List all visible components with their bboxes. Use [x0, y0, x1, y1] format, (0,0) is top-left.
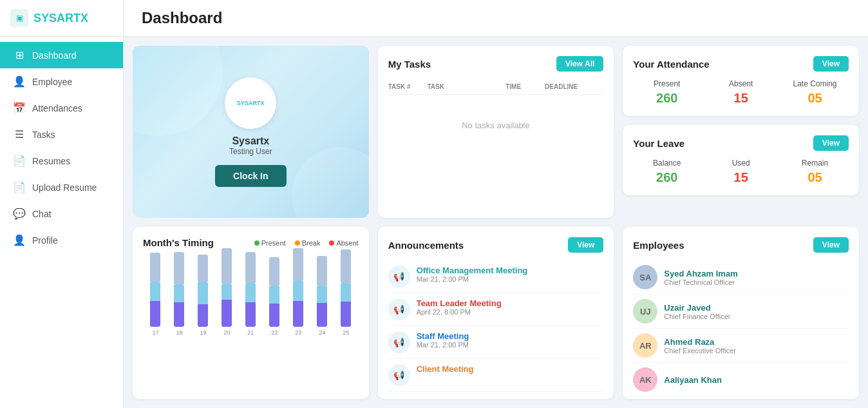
sidebar-item-upload-resume[interactable]: 📄 Upload Resume [0, 174, 123, 200]
bar-bottom [222, 300, 232, 327]
balance-stat: Balance 260 [633, 159, 701, 185]
attendance-section: Your Attendance View Present 260 Absent … [623, 46, 859, 218]
bar-top [341, 249, 351, 283]
attendance-title: Your Attendance [633, 59, 709, 70]
logo-plain: SYS [33, 12, 57, 24]
late-label: Late Coming [781, 79, 849, 88]
bar-stack [193, 255, 213, 327]
sidebar-label-upload-resume: Upload Resume [32, 182, 97, 193]
used-value: 15 [707, 170, 775, 185]
bar-top [174, 252, 184, 284]
profile-name: Sysartx [232, 135, 269, 147]
announcement-date: Mar 21, 2:00 PM [417, 275, 528, 283]
sidebar-item-chat[interactable]: 💬 Chat [0, 200, 123, 227]
used-stat: Used 15 [707, 159, 775, 185]
bar-mid [317, 286, 327, 303]
bar-label: 24 [319, 329, 325, 336]
remain-label: Remain [781, 159, 849, 168]
employee-name: Aaliyaan Khan [664, 375, 722, 385]
announcement-date: Mar 21, 2:00 PM [417, 341, 469, 349]
employee-name: Syed Ahzam Imam [664, 269, 737, 278]
bar-bottom [317, 303, 327, 327]
sidebar-label-dashboard: Dashboard [32, 50, 77, 61]
legend-dot-break [295, 240, 300, 246]
legend-absent: Absent [329, 239, 358, 247]
bar-group: 20 [217, 248, 237, 336]
announcement-item[interactable]: 📢 Team Leader Meeting April 22, 8:00 PM [388, 293, 604, 326]
profile-card: SYSARTX Sysartx Testing User Clock In [133, 46, 369, 218]
bar-bottom [150, 301, 160, 327]
balance-label: Balance [633, 159, 701, 168]
avatar: SYSARTX [225, 77, 276, 129]
sidebar-item-attendances[interactable]: 📅 Attendances [0, 95, 123, 121]
leave-card: Your Leave View Balance 260 Used 15 Rema… [623, 125, 859, 195]
employee-info: Aaliyaan Khan [664, 375, 722, 385]
bar-label: 18 [176, 329, 182, 336]
bar-bottom [341, 302, 351, 327]
sidebar-label-attendances: Attendances [32, 103, 82, 113]
employee-item[interactable]: AR Ahmed Raza Chief Executive Officer [633, 329, 849, 363]
leave-view-button[interactable]: View [813, 135, 849, 151]
announcement-date: April 22, 8:00 PM [417, 308, 502, 316]
bar-top [317, 256, 327, 286]
remain-stat: Remain 05 [781, 159, 849, 185]
employee-icon: 👤 [13, 75, 26, 88]
clock-in-button[interactable]: Clock In [215, 165, 286, 187]
bar-top [222, 248, 232, 284]
logo: ▣ SYSARTX [0, 0, 123, 37]
sidebar-item-tasks[interactable]: ☰ Tasks [0, 121, 123, 148]
announcement-content: Team Leader Meeting April 22, 8:00 PM [417, 298, 502, 316]
tasks-view-all-button[interactable]: View All [556, 56, 603, 72]
sidebar-item-resumes[interactable]: 📄 Resumes [0, 148, 123, 174]
announcement-item[interactable]: 📢 Office Management Meeting Mar 21, 2:00… [388, 260, 604, 293]
sidebar-item-dashboard[interactable]: ⊞ Dashboard [0, 42, 123, 68]
present-stat: Present 260 [633, 79, 701, 106]
bar-top [245, 252, 256, 283]
col-task: TASK [428, 83, 506, 90]
leave-header: Your Leave View [633, 135, 849, 151]
announcement-title: Staff Meeting [417, 331, 469, 341]
legend-break: Break [295, 239, 321, 247]
announcement-item[interactable]: 📢 Client Meeting [388, 359, 604, 392]
avatar-text: SYSARTX [237, 100, 265, 106]
bar-stack [312, 256, 332, 327]
content-grid: SYSARTX Sysartx Testing User Clock In My… [124, 37, 868, 408]
attendance-view-button[interactable]: View [813, 56, 849, 72]
employees-card: Employees View SA Syed Ahzam Imam Chief … [623, 227, 859, 399]
late-value: 05 [781, 91, 849, 106]
attendances-icon: 📅 [13, 102, 26, 114]
sidebar-nav: ⊞ Dashboard 👤 Employee 📅 Attendances ☰ T… [0, 37, 123, 408]
col-time: TIME [505, 83, 545, 90]
employee-avatar: AR [633, 333, 657, 358]
page-title: Dashboard [142, 9, 850, 27]
tasks-title: My Tasks [388, 59, 431, 70]
employee-role: Chief Finance Officer [664, 313, 730, 320]
sidebar-item-profile[interactable]: 👤 Profile [0, 227, 123, 253]
employee-item[interactable]: AK Aaliyaan Khan [633, 363, 849, 397]
bar-stack [169, 252, 189, 327]
bar-mid [222, 284, 232, 300]
timing-chart: 171819202122232425 [143, 258, 359, 336]
present-value: 260 [633, 91, 701, 106]
employees-view-button[interactable]: View [813, 237, 849, 253]
sidebar-item-employee[interactable]: 👤 Employee [0, 68, 123, 95]
employees-list: SA Syed Ahzam Imam Chief Technical Offic… [633, 260, 849, 397]
tasks-empty-message: No tasks available [388, 95, 604, 156]
employee-item[interactable]: UJ Uzair Javed Chief Finance Officer [633, 295, 849, 329]
bar-top [269, 257, 279, 286]
bar-label: 20 [223, 329, 230, 336]
attendance-header: Your Attendance View [633, 56, 849, 72]
bar-stack [146, 253, 165, 327]
announcements-view-button[interactable]: View [568, 237, 603, 253]
employee-item[interactable]: SA Syed Ahzam Imam Chief Technical Offic… [633, 260, 849, 295]
announcement-item[interactable]: 📢 Staff Meeting Mar 21, 2:00 PM [388, 326, 604, 359]
bar-bottom [293, 301, 303, 327]
sidebar-label-resumes: Resumes [32, 156, 70, 166]
bar-top [293, 248, 303, 280]
sidebar-label-profile: Profile [32, 235, 58, 246]
bar-label: 23 [295, 329, 301, 336]
timing-card: Month's Timing Present Break Absent 1718… [133, 227, 369, 399]
announcement-content: Staff Meeting Mar 21, 2:00 PM [417, 331, 469, 349]
used-label: Used [707, 159, 775, 168]
bar-mid [245, 283, 256, 302]
